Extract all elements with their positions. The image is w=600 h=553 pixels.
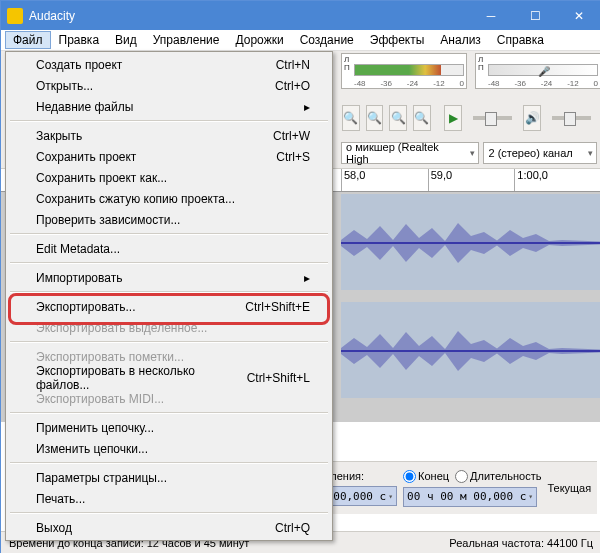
zoom-in-button[interactable]: 🔍 (342, 105, 360, 131)
track-2[interactable] (341, 302, 600, 398)
menubar: Файл Правка Вид Управление Дорожки Созда… (1, 30, 600, 51)
output-device-combo[interactable]: о микшер (Realtek High (341, 142, 479, 164)
file-menu: Создать проектCtrl+NОткрыть...Ctrl+OНеда… (5, 51, 333, 541)
menu-file[interactable]: Файл (5, 31, 51, 49)
track-1[interactable] (341, 194, 600, 290)
menu-control[interactable]: Управление (145, 31, 228, 49)
speed-slider[interactable] (473, 116, 512, 120)
current-label: Текущая (547, 482, 591, 494)
menu-tracks[interactable]: Дорожки (228, 31, 292, 49)
close-button[interactable]: ✕ (557, 1, 600, 30)
menu-item[interactable]: Изменить цепочки... (8, 438, 330, 459)
speaker-icon[interactable]: 🔊 (523, 105, 541, 131)
play-button[interactable]: ▶ (444, 105, 462, 131)
menu-item[interactable]: Открыть...Ctrl+O (8, 75, 330, 96)
mic-icon: 🎤 (538, 66, 550, 77)
menu-item[interactable]: Сохранить проект как... (8, 167, 330, 188)
menu-item[interactable]: Печать... (8, 488, 330, 509)
maximize-button[interactable]: ☐ (513, 1, 557, 30)
menu-item[interactable]: Edit Metadata... (8, 238, 330, 259)
menu-item[interactable]: Экспортировать...Ctrl+Shift+E (8, 296, 330, 317)
app-window: Audacity ─ ☐ ✕ Файл Правка Вид Управлени… (0, 0, 600, 553)
app-icon (7, 8, 23, 24)
menu-generate[interactable]: Создание (292, 31, 362, 49)
fit-sel-button[interactable]: 🔍 (389, 105, 407, 131)
menu-item[interactable]: Экспортировать в несколько файлов...Ctrl… (8, 367, 330, 388)
end-radio[interactable] (403, 470, 416, 483)
menu-item[interactable]: Сохранить проектCtrl+S (8, 146, 330, 167)
menu-item[interactable]: ЗакрытьCtrl+W (8, 125, 330, 146)
channels-combo[interactable]: 2 (стерео) канал (483, 142, 597, 164)
playback-meter[interactable]: ЛП -48-36-24-120 (341, 53, 467, 89)
menu-item[interactable]: Импортировать▸ (8, 267, 330, 288)
volume-slider[interactable] (552, 116, 591, 120)
menu-item[interactable]: Применить цепочку... (8, 417, 330, 438)
length-radio[interactable] (455, 470, 468, 483)
app-title: Audacity (29, 9, 469, 23)
menu-item[interactable]: Проверить зависимости... (8, 209, 330, 230)
record-meter[interactable]: ЛП 🎤 -48-36-24-120 (475, 53, 600, 89)
menu-effects[interactable]: Эффекты (362, 31, 433, 49)
minimize-button[interactable]: ─ (469, 1, 513, 30)
menu-analyze[interactable]: Анализ (432, 31, 489, 49)
titlebar: Audacity ─ ☐ ✕ (1, 1, 600, 30)
status-actual-rate: Реальная частота: 44100 Гц (449, 537, 593, 549)
menu-item[interactable]: Параметры страницы... (8, 467, 330, 488)
selection-end-field[interactable]: 00 ч 00 м 00,000 с▾ (403, 487, 537, 507)
menu-view[interactable]: Вид (107, 31, 145, 49)
menu-item[interactable]: ВыходCtrl+Q (8, 517, 330, 538)
menu-edit[interactable]: Правка (51, 31, 108, 49)
menu-item[interactable]: Сохранить сжатую копию проекта... (8, 188, 330, 209)
menu-item: Экспортировать MIDI... (8, 388, 330, 409)
fit-proj-button[interactable]: 🔍 (413, 105, 431, 131)
menu-item: Экспортировать выделенное... (8, 317, 330, 338)
menu-help[interactable]: Справка (489, 31, 552, 49)
menu-item[interactable]: Недавние файлы▸ (8, 96, 330, 117)
menu-item[interactable]: Создать проектCtrl+N (8, 54, 330, 75)
zoom-out-button[interactable]: 🔍 (366, 105, 384, 131)
